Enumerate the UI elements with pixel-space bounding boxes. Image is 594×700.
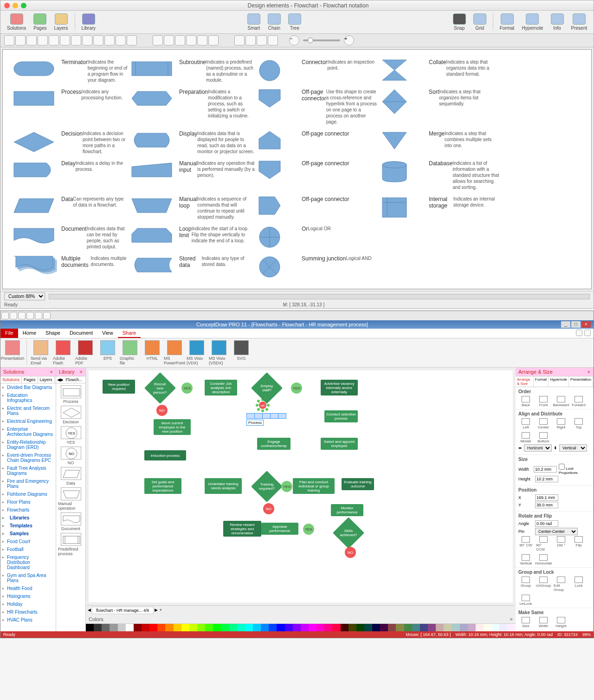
color-swatch[interactable] [293, 624, 301, 631]
color-swatch[interactable] [261, 624, 269, 631]
flowchart-node[interactable]: Engage contractor/temp [257, 438, 291, 450]
color-swatch[interactable] [476, 624, 484, 631]
pan-icon[interactable] [245, 35, 256, 45]
shape-icon[interactable] [380, 129, 426, 156]
close-button[interactable]: × [581, 321, 591, 328]
-button[interactable]: 180 ° [554, 536, 568, 551]
connector-tool-icon[interactable] [71, 35, 81, 45]
shape-icon[interactable] [130, 253, 176, 281]
help-icon[interactable] [576, 330, 582, 336]
solution-item[interactable]: Electric and Telecom Plans [0, 404, 56, 417]
flip-button[interactable]: Flip [571, 536, 586, 551]
color-swatch[interactable] [349, 624, 356, 631]
selected-object-handles[interactable] [246, 413, 286, 419]
qat-redo-icon[interactable] [35, 312, 42, 319]
solution-item[interactable]: Histograms [0, 592, 56, 600]
menu-share[interactable]: Share [118, 329, 141, 338]
library-item[interactable]: Document [61, 512, 81, 531]
color-swatch[interactable] [309, 624, 316, 631]
color-swatch[interactable] [468, 624, 476, 631]
flowchart-node[interactable]: Select and appoint employee [321, 438, 358, 450]
tab-pages[interactable]: Pages [22, 376, 38, 383]
shape-icon[interactable] [130, 224, 176, 252]
library-item[interactable]: NONO [61, 447, 81, 465]
top-button[interactable]: Top [571, 418, 586, 429]
color-swatch[interactable] [460, 624, 468, 631]
color-swatch[interactable] [444, 624, 452, 631]
color-swatch[interactable] [134, 624, 142, 631]
color-swatch[interactable] [364, 624, 372, 631]
editgroup-button[interactable]: Edit Group [554, 577, 568, 592]
solution-item[interactable]: Flowcharts [0, 506, 56, 514]
solution-item[interactable]: Education Infographics [0, 391, 56, 404]
library-item[interactable]: Process [61, 385, 81, 404]
library-item[interactable]: Manual operation [58, 487, 84, 511]
ribbon-msvisiovdx[interactable]: MS Visio (VDX) [187, 340, 207, 365]
workspace-canvas[interactable]: Process HR New position requiredRecruit … [89, 370, 513, 603]
snap-button[interactable]: Snap [450, 13, 469, 32]
hypernote-button[interactable]: Hypernote [519, 13, 546, 32]
qat-print-icon[interactable] [43, 312, 51, 319]
flowchart-node[interactable]: New position required [103, 380, 135, 394]
color-swatch[interactable] [484, 624, 491, 631]
color-swatch[interactable] [356, 624, 364, 631]
front-button[interactable]: Front [536, 396, 551, 407]
colors-palette[interactable] [86, 624, 516, 631]
zoom-out-icon[interactable]: − [289, 35, 299, 45]
ribbon-graphicfile[interactable]: Graphic file [120, 340, 140, 365]
shape-icon[interactable] [257, 158, 299, 192]
ribbon-mspowerpoint[interactable]: MS PowerPoint [164, 340, 185, 365]
solution-item[interactable]: Divided Bar Diagrams [0, 383, 56, 391]
center-button[interactable]: Center [536, 418, 551, 429]
flowchart-node[interactable]: NO [263, 503, 274, 514]
hand-icon[interactable] [257, 35, 267, 45]
menu-document[interactable]: Document [65, 329, 97, 338]
flowchart-node[interactable]: NO [345, 547, 356, 558]
shape-icon[interactable] [257, 224, 299, 252]
forward-button[interactable]: Forward [571, 396, 586, 407]
maximize-button[interactable]: □ [571, 321, 581, 328]
options-icon[interactable] [584, 330, 591, 336]
shape-icon[interactable] [380, 57, 426, 85]
qat-save-icon[interactable] [18, 312, 26, 319]
color-swatch[interactable] [412, 624, 420, 631]
shape-icon[interactable] [257, 129, 299, 156]
color-swatch[interactable] [102, 624, 110, 631]
shape-icon[interactable] [12, 194, 58, 222]
library-item[interactable]: Data [61, 467, 81, 486]
ribbon-eps[interactable]: EPS [97, 340, 118, 365]
flowchart-node[interactable]: Induction process [144, 450, 186, 460]
flowchart-node[interactable]: Plan and conduct individual or group tra… [293, 478, 335, 494]
color-swatch[interactable] [205, 624, 213, 631]
vertical-button[interactable]: Vertical [518, 554, 533, 565]
size-button[interactable]: Size [518, 617, 533, 628]
color-swatch[interactable] [277, 624, 284, 631]
close-icon[interactable]: × [80, 369, 83, 375]
flowchart-node[interactable]: Undertake training needs analysis [205, 478, 242, 494]
flowchart-node[interactable]: YES [281, 481, 292, 492]
minimize-button[interactable]: _ [561, 321, 570, 328]
solution-item[interactable]: Fault Tree Analysis Diagrams [0, 464, 56, 477]
present-button[interactable]: Present [568, 13, 590, 32]
text-tool-icon[interactable] [49, 35, 59, 45]
right-button[interactable]: Right [554, 418, 568, 429]
solution-item[interactable]: Electrical Engineering [0, 417, 56, 425]
qat-new-icon[interactable] [1, 312, 9, 319]
menu-view[interactable]: View [97, 329, 118, 338]
solution-item[interactable]: HVAC Plans [0, 616, 56, 624]
color-swatch[interactable] [499, 624, 507, 631]
ungroup-button[interactable]: UnGroup [536, 577, 551, 592]
flowchart-node[interactable]: Recruit new person? [144, 372, 176, 404]
solution-item[interactable]: Gym and Spa Area Plans [0, 571, 56, 584]
align-icon[interactable] [197, 35, 207, 45]
color-swatch[interactable] [316, 624, 324, 631]
workspace-tab[interactable]: flowchart - HR manage... 4/6 [92, 607, 154, 614]
shape-icon[interactable] [12, 57, 58, 85]
color-swatch[interactable] [436, 624, 444, 631]
shape-icon[interactable] [380, 224, 426, 252]
color-swatch[interactable] [324, 624, 332, 631]
pointer-tool-icon[interactable] [4, 35, 14, 45]
flowchart-node[interactable]: Conduct selection process [324, 410, 358, 422]
bottom-button[interactable]: Bottom [536, 432, 551, 443]
flowchart-node[interactable]: NO [156, 405, 168, 416]
